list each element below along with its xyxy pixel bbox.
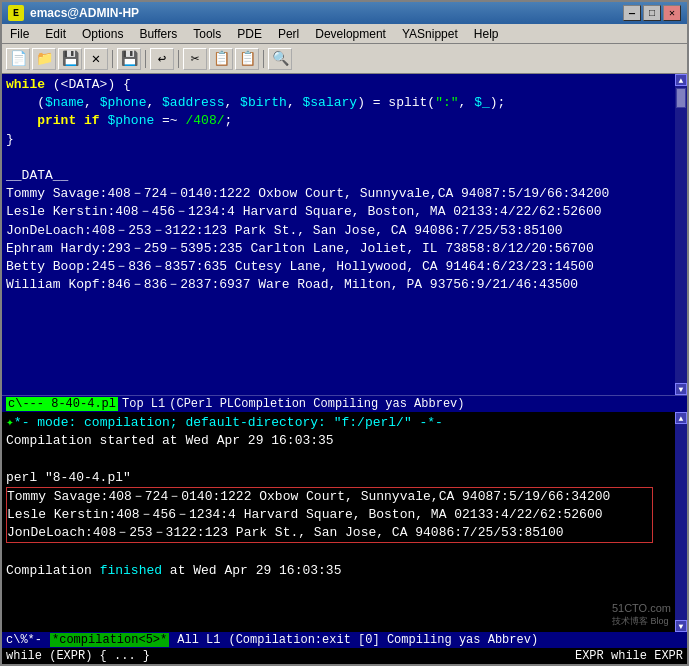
watermark: 51CTO.com技术博客 Blog	[612, 602, 671, 628]
comp-out-1: Tommy Savage:408－724－0140:1222 Oxbow Cou…	[7, 488, 652, 506]
pane-filename: c\--- 8-40-4.pl	[6, 397, 118, 411]
comp-out-3: JonDeLoach:408－253－3122:123 Park St., Sa…	[7, 524, 652, 542]
title-bar-left: E emacs@ADMIN-HP	[8, 5, 139, 21]
menu-pde[interactable]: PDE	[229, 24, 270, 43]
code-data-3: JonDeLoach:408－253－3122:123 Park St., Sa…	[6, 222, 671, 240]
minibuffer-left: while (EXPR) { ... }	[6, 649, 150, 663]
code-data-2: Lesle Kerstin:408－456－1234:4 Harvard Squ…	[6, 203, 671, 221]
code-data-1: Tommy Savage:408－724－0140:1222 Oxbow Cou…	[6, 185, 671, 203]
toolbar-copy[interactable]: 📋	[209, 48, 233, 70]
code-line-3: print if $phone =~ /408/;	[6, 112, 671, 130]
toolbar-separator-3	[178, 50, 179, 68]
toolbar-separator-2	[145, 50, 146, 68]
toolbar: 📄 📁 💾 ✕ 💾 ↩ ✂ 📋 📋 🔍	[2, 44, 687, 74]
editor-pane[interactable]: while (<DATA>) { ($name, $phone, $addres…	[2, 74, 687, 395]
menu-yasnippet[interactable]: YASnippet	[394, 24, 466, 43]
menu-development[interactable]: Development	[307, 24, 394, 43]
comp-started: Compilation started at Wed Apr 29 16:03:…	[6, 432, 671, 450]
comp-mode-line: ✦*- mode: compilation; default-directory…	[6, 414, 671, 432]
content-area: while (<DATA>) { ($name, $phone, $addres…	[2, 74, 687, 664]
minibuffer-right: EXPR while EXPR	[575, 649, 683, 663]
window-title: emacs@ADMIN-HP	[30, 6, 139, 20]
menu-file[interactable]: File	[2, 24, 37, 43]
code-data-6: William Kopf:846－836－2837:6937 Ware Road…	[6, 276, 671, 294]
pane-position: Top L1	[122, 397, 165, 411]
comp-blank-1	[6, 450, 671, 468]
compilation-pane[interactable]: ✦*- mode: compilation; default-directory…	[2, 412, 687, 632]
code-data-5: Betty Boop:245－836－8357:635 Cutesy Lane,…	[6, 258, 671, 276]
menu-edit[interactable]: Edit	[37, 24, 74, 43]
editor-status-bar: c\--- 8-40-4.pl Top L1 (CPerl PLCompleti…	[2, 395, 687, 412]
toolbar-undo[interactable]: ↩	[150, 48, 174, 70]
toolbar-separator-4	[263, 50, 264, 68]
menu-buffers[interactable]: Buffers	[131, 24, 185, 43]
toolbar-cut[interactable]: ✂	[183, 48, 207, 70]
scroll-thumb[interactable]	[676, 88, 686, 108]
editor-scrollbar[interactable]: ▲ ▼	[675, 74, 687, 395]
bottom-status-bar: c\%*- *compilation<5>* All L1 (Compilati…	[2, 632, 687, 648]
title-bar: E emacs@ADMIN-HP — □ ✕	[2, 2, 687, 24]
toolbar-save[interactable]: 💾	[58, 48, 82, 70]
toolbar-close[interactable]: ✕	[84, 48, 108, 70]
window-controls: — □ ✕	[623, 5, 681, 21]
toolbar-open[interactable]: 📁	[32, 48, 56, 70]
bottom-status-right: (Compilation:exit [0] Compiling yas Abbr…	[228, 633, 538, 647]
code-blank-1	[6, 149, 671, 167]
comp-output-box: Tommy Savage:408－724－0140:1222 Oxbow Cou…	[6, 487, 653, 544]
bottom-status-left: c\%*-	[6, 633, 42, 647]
maximize-button[interactable]: □	[643, 5, 661, 21]
toolbar-search[interactable]: 🔍	[268, 48, 292, 70]
menu-options[interactable]: Options	[74, 24, 131, 43]
close-button[interactable]: ✕	[663, 5, 681, 21]
bottom-status-middle: All L1	[177, 633, 220, 647]
minimize-button[interactable]: —	[623, 5, 641, 21]
scroll-up[interactable]: ▲	[675, 74, 687, 86]
code-data-4: Ephram Hardy:293－259－5395:235 Carlton La…	[6, 240, 671, 258]
toolbar-save2[interactable]: 💾	[117, 48, 141, 70]
code-line-1: while (<DATA>) {	[6, 76, 671, 94]
comp-cmd: perl "8-40-4.pl"	[6, 469, 671, 487]
compilation-buffer-name: *compilation<5>*	[50, 633, 169, 647]
menu-perl[interactable]: Perl	[270, 24, 307, 43]
comp-scroll-up[interactable]: ▲	[675, 412, 687, 424]
toolbar-new[interactable]: 📄	[6, 48, 30, 70]
comp-scrollbar[interactable]: ▲ ▼	[675, 412, 687, 632]
minibuffer[interactable]: while (EXPR) { ... } EXPR while EXPR	[2, 648, 687, 664]
scroll-down[interactable]: ▼	[675, 383, 687, 395]
toolbar-separator-1	[112, 50, 113, 68]
pane-mode: (CPerl PLCompletion Compiling yas Abbrev…	[169, 397, 464, 411]
menu-help[interactable]: Help	[466, 24, 507, 43]
main-window: E emacs@ADMIN-HP — □ ✕ File Edit Options…	[0, 0, 689, 666]
code-line-2: ($name, $phone, $address, $birth, $salar…	[6, 94, 671, 112]
menu-tools[interactable]: Tools	[185, 24, 229, 43]
comp-scroll-down[interactable]: ▼	[675, 620, 687, 632]
toolbar-paste[interactable]: 📋	[235, 48, 259, 70]
code-data-section: __DATA__	[6, 167, 671, 185]
app-icon: E	[8, 5, 24, 21]
comp-out-2: Lesle Kerstin:408－456－1234:4 Harvard Squ…	[7, 506, 652, 524]
comp-blank-2	[6, 543, 671, 561]
menu-bar: File Edit Options Buffers Tools PDE Perl…	[2, 24, 687, 44]
code-line-4: }	[6, 131, 671, 149]
comp-finished: Compilation finished at Wed Apr 29 16:03…	[6, 562, 671, 580]
